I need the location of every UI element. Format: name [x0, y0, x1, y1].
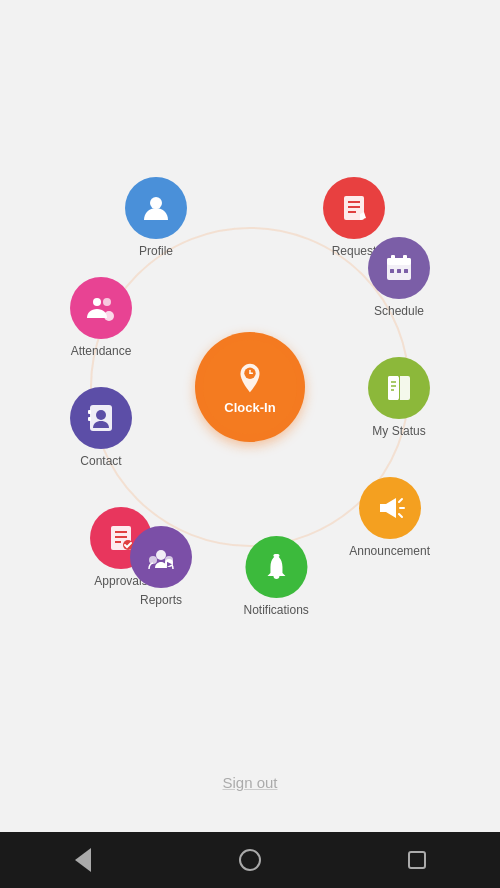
- svg-point-9: [103, 298, 111, 306]
- bell-icon: [260, 551, 292, 583]
- clockin-label: Clock-In: [224, 400, 275, 415]
- nav-recent-button[interactable]: [405, 848, 429, 872]
- home-icon: [239, 849, 261, 871]
- svg-rect-42: [273, 554, 279, 557]
- attendance-icon: [85, 292, 117, 324]
- menu-item-announcement[interactable]: Announcement: [349, 477, 430, 558]
- attendance-label: Attendance: [71, 344, 132, 358]
- navigation-bar: [0, 832, 500, 888]
- menu-item-contact[interactable]: Contact: [70, 387, 132, 468]
- svg-rect-15: [390, 269, 394, 273]
- svg-rect-12: [387, 258, 411, 265]
- svg-rect-24: [388, 376, 399, 400]
- request-circle: [323, 177, 385, 239]
- sign-out-area: Sign out: [222, 774, 277, 792]
- menu-item-profile[interactable]: Profile: [125, 177, 187, 258]
- recent-icon: [408, 851, 426, 869]
- mystatus-label: My Status: [372, 424, 425, 438]
- svg-rect-21: [88, 417, 91, 421]
- profile-label: Profile: [139, 244, 173, 258]
- clockin-button[interactable]: Clock-In: [195, 332, 305, 442]
- sign-out-button[interactable]: Sign out: [222, 774, 277, 791]
- svg-rect-17: [404, 269, 408, 273]
- svg-rect-14: [403, 255, 407, 261]
- svg-point-8: [93, 298, 101, 306]
- svg-point-37: [156, 550, 166, 560]
- contact-icon: [85, 402, 117, 434]
- main-content: Clock-In Profile: [0, 0, 500, 774]
- clockin-icon: [231, 360, 269, 398]
- svg-rect-20: [88, 410, 91, 414]
- schedule-icon: [383, 252, 415, 284]
- notifications-circle: [245, 536, 307, 598]
- contact-label: Contact: [80, 454, 121, 468]
- menu-item-attendance[interactable]: Attendance: [70, 277, 132, 358]
- nav-home-button[interactable]: [238, 848, 262, 872]
- mystatus-circle: [368, 357, 430, 419]
- profile-circle: [125, 177, 187, 239]
- svg-point-19: [96, 410, 106, 420]
- schedule-circle: [368, 237, 430, 299]
- back-icon: [75, 848, 91, 872]
- reports-label: Reports: [140, 593, 182, 607]
- menu-item-reports[interactable]: ▶ Reports: [130, 526, 192, 607]
- announcement-label: Announcement: [349, 544, 430, 558]
- announcement-icon: [374, 492, 406, 524]
- reports-circle: ▶: [130, 526, 192, 588]
- attendance-circle: [70, 277, 132, 339]
- notifications-label: Notifications: [243, 603, 308, 617]
- person-icon: [140, 192, 172, 224]
- svg-marker-33: [380, 498, 396, 518]
- svg-point-10: [104, 311, 114, 321]
- svg-line-36: [399, 514, 402, 517]
- svg-rect-13: [391, 255, 395, 261]
- schedule-label: Schedule: [374, 304, 424, 318]
- menu-item-mystatus[interactable]: My Status: [368, 357, 430, 438]
- svg-point-3: [150, 197, 162, 209]
- menu-container: Clock-In Profile: [60, 147, 440, 627]
- svg-point-38: [149, 556, 157, 564]
- svg-line-34: [399, 499, 402, 502]
- nav-back-button[interactable]: [71, 848, 95, 872]
- svg-rect-16: [397, 269, 401, 273]
- book-icon: [383, 372, 415, 404]
- reports-icon: ▶: [145, 541, 177, 573]
- svg-text:▶: ▶: [167, 561, 172, 567]
- menu-item-notifications[interactable]: Notifications: [243, 536, 308, 617]
- request-icon: [338, 192, 370, 224]
- announcement-circle: [359, 477, 421, 539]
- contact-circle: [70, 387, 132, 449]
- menu-item-schedule[interactable]: Schedule: [368, 237, 430, 318]
